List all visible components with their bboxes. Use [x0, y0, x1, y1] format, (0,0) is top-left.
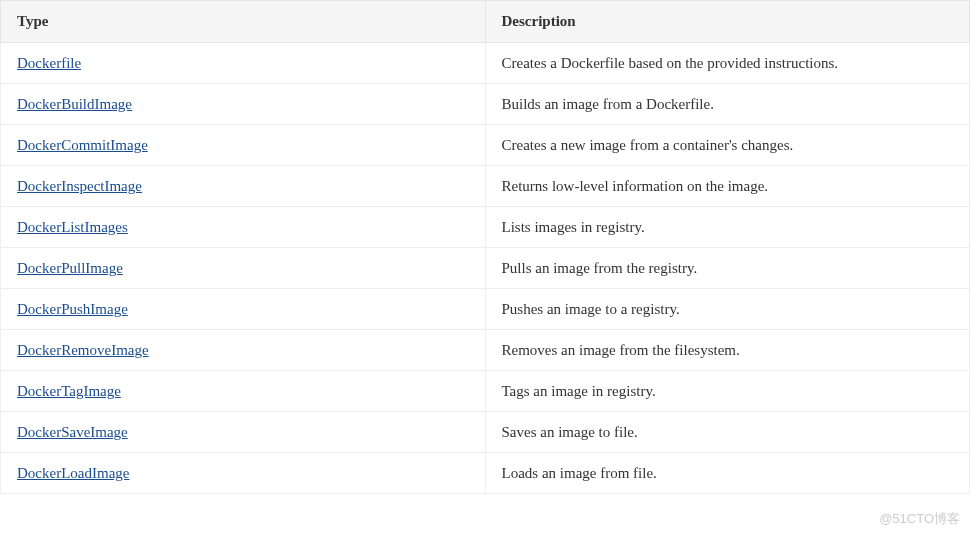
- header-type: Type: [1, 1, 486, 43]
- type-cell: DockerBuildImage: [1, 84, 486, 125]
- type-cell: DockerInspectImage: [1, 166, 486, 207]
- type-link-dockerlistimages[interactable]: DockerListImages: [17, 219, 128, 235]
- table-row: Dockerfile Creates a Dockerfile based on…: [1, 43, 970, 84]
- table-body: Dockerfile Creates a Dockerfile based on…: [1, 43, 970, 494]
- table-row: DockerPullImage Pulls an image from the …: [1, 248, 970, 289]
- table-row: DockerCommitImage Creates a new image fr…: [1, 125, 970, 166]
- type-cell: Dockerfile: [1, 43, 486, 84]
- table-row: DockerPushImage Pushes an image to a reg…: [1, 289, 970, 330]
- type-cell: DockerCommitImage: [1, 125, 486, 166]
- type-link-dockertagimage[interactable]: DockerTagImage: [17, 383, 121, 399]
- header-description: Description: [485, 1, 970, 43]
- type-link-dockerremoveimage[interactable]: DockerRemoveImage: [17, 342, 149, 358]
- description-cell: Pulls an image from the registry.: [485, 248, 970, 289]
- type-cell: DockerPushImage: [1, 289, 486, 330]
- table-row: DockerLoadImage Loads an image from file…: [1, 453, 970, 494]
- type-link-dockersaveimage[interactable]: DockerSaveImage: [17, 424, 128, 440]
- docker-types-table-container: Type Description Dockerfile Creates a Do…: [0, 0, 970, 494]
- type-link-dockercommitimage[interactable]: DockerCommitImage: [17, 137, 148, 153]
- table-row: DockerListImages Lists images in registr…: [1, 207, 970, 248]
- table-row: DockerTagImage Tags an image in registry…: [1, 371, 970, 412]
- header-row: Type Description: [1, 1, 970, 43]
- type-cell: DockerSaveImage: [1, 412, 486, 453]
- description-cell: Builds an image from a Dockerfile.: [485, 84, 970, 125]
- description-cell: Creates a Dockerfile based on the provid…: [485, 43, 970, 84]
- description-cell: Lists images in registry.: [485, 207, 970, 248]
- description-cell: Creates a new image from a container's c…: [485, 125, 970, 166]
- table-row: DockerBuildImage Builds an image from a …: [1, 84, 970, 125]
- type-cell: DockerPullImage: [1, 248, 486, 289]
- type-link-dockerbuildimage[interactable]: DockerBuildImage: [17, 96, 132, 112]
- description-cell: Pushes an image to a registry.: [485, 289, 970, 330]
- type-link-dockerfile[interactable]: Dockerfile: [17, 55, 81, 71]
- watermark: @51CTO博客: [879, 510, 960, 528]
- type-cell: DockerTagImage: [1, 371, 486, 412]
- type-cell: DockerLoadImage: [1, 453, 486, 494]
- type-link-dockerpullimage[interactable]: DockerPullImage: [17, 260, 123, 276]
- docker-types-table: Type Description Dockerfile Creates a Do…: [0, 0, 970, 494]
- table-row: DockerRemoveImage Removes an image from …: [1, 330, 970, 371]
- table-row: DockerSaveImage Saves an image to file.: [1, 412, 970, 453]
- description-cell: Returns low-level information on the ima…: [485, 166, 970, 207]
- type-link-dockerpushimage[interactable]: DockerPushImage: [17, 301, 128, 317]
- type-cell: DockerRemoveImage: [1, 330, 486, 371]
- description-cell: Tags an image in registry.: [485, 371, 970, 412]
- description-cell: Removes an image from the filesystem.: [485, 330, 970, 371]
- table-row: DockerInspectImage Returns low-level inf…: [1, 166, 970, 207]
- type-link-dockerloadimage[interactable]: DockerLoadImage: [17, 465, 129, 481]
- type-cell: DockerListImages: [1, 207, 486, 248]
- description-cell: Saves an image to file.: [485, 412, 970, 453]
- table-header: Type Description: [1, 1, 970, 43]
- type-link-dockerinspectimage[interactable]: DockerInspectImage: [17, 178, 142, 194]
- description-cell: Loads an image from file.: [485, 453, 970, 494]
